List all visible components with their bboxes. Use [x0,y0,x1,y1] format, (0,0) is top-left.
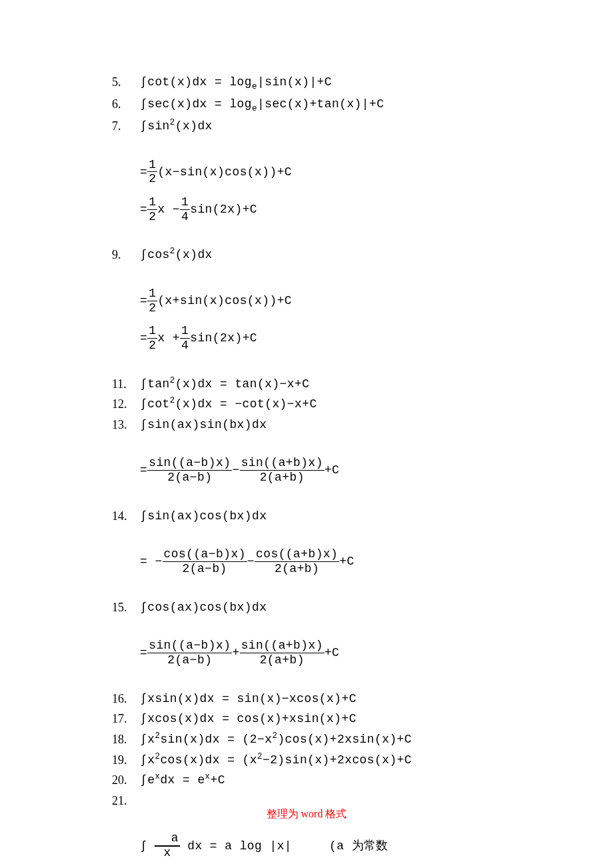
subscript: e [252,82,257,91]
denom: 2(a+b) [240,653,324,667]
formula-text: ∫x2sin(x)dx = (2−x2)cos(x)+2xsin(x)+C [140,729,412,750]
mid1: x + [157,331,180,345]
formula-9: 9. ∫cos2(x)dx [112,245,613,265]
denom: 4 [180,339,190,353]
lhs-b: dx = e [160,773,205,787]
formula-text: ∫x2cos(x)dx = (x2−2)sin(x)+2xcos(x)+C [140,750,412,771]
formula-text: ∫sin2(x)dx [140,116,213,137]
formula-11: 11. ∫tan2(x)dx = tan(x)−x+C [112,374,613,395]
lhs-b: (x)dx = tan(x)−x+C [175,377,310,391]
formula-15-block: =sin((a−b)x)2(a−b)+sin((a+b)x)2(a+b)+C [140,639,613,667]
formula-19: 19. ∫x2cos(x)dx = (x2−2)sin(x)+2xcos(x)+… [112,750,613,771]
lhs-c: −2)sin(x)+2xcos(x)+C [263,753,412,767]
numer: 1 [147,195,157,210]
formula-13-block: =sin((a−b)x)2(a−b)−sin((a+b)x)2(a+b)+C [140,456,613,484]
rhs: |sec(x)+tan(x)|+C [257,97,384,111]
item-number: 17. [112,709,140,729]
subscript: e [252,104,257,113]
formula-7: 7. ∫sin2(x)dx [112,116,613,137]
formula-21-block: ∫ a x dx = a log |x| (a 为常数 [140,832,613,860]
formula-text: ∫xcos(x)dx = cos(x)+xsin(x)+C [140,709,356,729]
lhs-a: ∫e [140,773,155,787]
formula-text: ∫sin(ax)cos(bx)dx [140,506,267,527]
lhs: ∫sec(x)dx = log [140,97,252,111]
numer: cos((a+b)x) [255,547,339,562]
rest: dx = a log |x| (a 为常数 [187,839,388,853]
mid2: sin(2x)+C [190,203,257,216]
formula-5: 5. ∫cot(x)dx = loge|sin(x)|+C [112,72,613,94]
item-number: 11. [112,374,140,395]
denom: 2(a−b) [147,653,232,667]
item-number: 16. [112,689,140,709]
superscript: 2 [170,247,175,256]
numer: 1 [147,287,157,301]
numer: sin((a−b)x) [147,639,232,653]
mid: (x+sin(x)cos(x))+C [157,294,292,307]
formula-15: 15. ∫cos(ax)cos(bx)dx [112,597,613,618]
numer: 1 [147,158,157,173]
superscript: 2 [170,118,175,127]
item-number: 5. [112,72,140,93]
denom: 2 [147,172,157,186]
formula-9-block-a: =12(x+sin(x)cos(x))+C [140,287,613,315]
superscript: 2 [170,396,175,405]
rhs: |sin(x)|+C [257,75,332,89]
fraction-stack: a x [155,832,180,860]
denom: 2(a+b) [255,562,339,576]
formula-text: ∫sin(ax)sin(bx)dx [140,415,267,435]
tail: +C [324,463,339,477]
mid: (x−sin(x)cos(x))+C [157,165,292,178]
stack-top: a [155,832,180,846]
stack-bot: x [155,847,180,860]
formula-7-block-b: =12x −14sin(2x)+C [140,195,613,223]
pre: = − [140,555,163,568]
item-number: 7. [112,116,140,137]
lhs-c: )cos(x)+2xsin(x)+C [277,733,412,746]
lhs-a: ∫cos [140,248,170,261]
lhs-b: sin(x)dx = (2−x [160,733,272,746]
item-number: 15. [112,597,140,618]
numer: sin((a+b)x) [240,639,324,653]
item-number: 12. [112,394,140,415]
lhs-a: ∫x [140,753,155,767]
item-number: 20. [112,770,140,791]
lhs-a: ∫cot [140,397,170,411]
lhs-b: cos(x)dx = (x [160,753,257,767]
numer: sin((a−b)x) [147,456,232,471]
tail: +C [339,555,354,568]
lhs-b: (x)dx [175,119,213,133]
numer: cos((a−b)x) [163,547,247,562]
integral-sign: ∫ [140,839,147,853]
formula-12: 12. ∫cot2(x)dx = −cot(x)−x+C [112,394,613,415]
footer-text: 整理为 word 格式 [0,805,613,823]
lhs-a: ∫sin [140,119,170,133]
formula-text: ∫exdx = ex+C [140,770,225,791]
denom: 2(a−b) [147,471,232,485]
denom: 2 [147,301,157,315]
item-number: 13. [112,415,140,435]
lhs-a: ∫x [140,733,155,746]
formula-text: ∫xsin(x)dx = sin(x)−xcos(x)+C [140,689,356,709]
formula-text: ∫cos2(x)dx [140,245,213,265]
formula-17: 17. ∫xcos(x)dx = cos(x)+xsin(x)+C [112,709,613,729]
mid2: sin(2x)+C [190,331,257,345]
denom: 2(a+b) [240,471,324,485]
lhs-a: ∫tan [140,377,170,391]
formula-text: ∫cos(ax)cos(bx)dx [140,597,267,618]
formula-14-block: = −cos((a−b)x)2(a−b)−cos((a+b)x)2(a+b)+C [140,547,613,575]
item-number: 19. [112,750,140,771]
superscript: 2 [170,376,175,385]
formula-14: 14. ∫sin(ax)cos(bx)dx [112,506,613,527]
item-number: 6. [112,94,140,115]
formula-text: ∫tan2(x)dx = tan(x)−x+C [140,374,309,395]
numer: 1 [147,324,157,339]
formula-13: 13. ∫sin(ax)sin(bx)dx [112,415,613,435]
formula-9-block-b: =12x +14sin(2x)+C [140,324,613,352]
denom: 2 [147,210,157,224]
formula-text: ∫cot2(x)dx = −cot(x)−x+C [140,394,317,415]
formula-text: ∫cot(x)dx = loge|sin(x)|+C [140,72,332,94]
formula-text: ∫sec(x)dx = loge|sec(x)+tan(x)|+C [140,94,384,116]
formula-6: 6. ∫sec(x)dx = loge|sec(x)+tan(x)|+C [112,94,613,116]
formula-16: 16. ∫xsin(x)dx = sin(x)−xcos(x)+C [112,689,613,709]
lhs-c: +C [211,773,225,787]
